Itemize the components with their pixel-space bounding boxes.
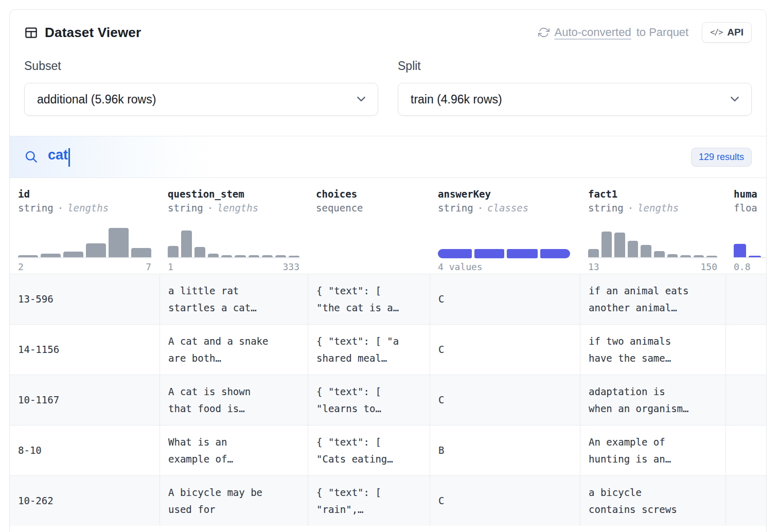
histogram-bar <box>86 243 106 257</box>
histogram-fact1 <box>588 228 717 258</box>
subset-select[interactable]: additional (5.96k rows) <box>24 83 378 116</box>
column-name: id <box>18 187 151 201</box>
histogram-bar <box>749 256 761 257</box>
column-type: sequence <box>316 201 421 215</box>
table-row[interactable]: 8-10What is an example of…{ "text": [ "C… <box>10 425 766 475</box>
histogram-bar <box>667 254 678 257</box>
histogram-bar <box>289 256 299 257</box>
histogram-bar <box>614 233 625 257</box>
histogram-bar <box>194 247 205 257</box>
column-name: huma <box>734 187 767 201</box>
histogram-bar <box>41 254 61 257</box>
histogram-id <box>18 228 151 258</box>
histogram-bar <box>654 251 665 257</box>
api-button[interactable]: </> API <box>702 22 752 43</box>
cell-choices: { "text": [ "Cats eating… <box>308 425 430 475</box>
column-type: string·lengths <box>18 201 151 215</box>
search-query-text: cat <box>48 147 68 163</box>
column-header-fact1: fact1string·lengths13150 <box>580 187 725 274</box>
histogram-bar <box>262 255 273 257</box>
column-header-id: idstring·lengths27 <box>10 187 160 274</box>
cell-fact1: a bicycle contains screws <box>580 476 725 526</box>
search-input[interactable]: cat <box>24 147 691 167</box>
refresh-icon <box>538 27 550 38</box>
histogram-bar <box>63 252 83 257</box>
histogram-range-labels: 27 <box>18 261 151 274</box>
cell-fact1: An example of hunting is an… <box>580 425 725 475</box>
cell-choices: { "text": [ "learns to… <box>308 375 430 425</box>
column-type: string·lengths <box>588 201 717 215</box>
title-wrap: Dataset Viewer <box>24 25 141 41</box>
histogram-bar <box>235 255 245 257</box>
histogram-bar <box>275 255 286 257</box>
cell-humanScore <box>725 375 767 425</box>
text-cursor <box>68 148 70 167</box>
cell-fact1: if an animal eats another animal… <box>580 274 725 324</box>
histogram-range-labels <box>316 261 421 274</box>
chevron-down-icon <box>731 97 739 102</box>
subset-label: Subset <box>24 58 378 74</box>
column-header-question_stem: question_stemstring·lengths1333 <box>160 187 308 274</box>
cell-id: 8-10 <box>10 425 160 475</box>
code-icon: </> <box>710 28 722 37</box>
auto-converted-link[interactable]: Auto-converted <box>555 26 631 39</box>
cell-id: 14-1156 <box>10 325 160 375</box>
split-control: Split train (4.96k rows) <box>398 58 752 116</box>
cell-answerKey: B <box>430 425 580 475</box>
cell-answerKey: C <box>430 375 580 425</box>
cell-question_stem: a little rat startles a cat… <box>160 274 308 324</box>
class-segment <box>438 249 472 258</box>
search-row: cat 129 results <box>10 136 766 178</box>
cell-humanScore <box>725 476 767 526</box>
histogram-bar <box>168 246 179 257</box>
card-header: Dataset Viewer Auto-converted to Parquet… <box>10 10 766 43</box>
histogram-range-labels: 4 values <box>438 261 572 274</box>
class-segment <box>474 249 504 258</box>
results-count-badge: 129 results <box>691 148 752 167</box>
histogram-bar <box>249 255 259 257</box>
table-row[interactable]: 10-262A bicycle may be used for{ "text":… <box>10 475 766 526</box>
api-button-label: API <box>727 27 743 38</box>
subset-selected-value: additional (5.96k rows) <box>37 93 156 107</box>
table-row[interactable]: 14-1156A cat and a snake are both…{ "tex… <box>10 324 766 375</box>
histogram-bar <box>601 232 612 257</box>
histogram-bar <box>680 255 691 257</box>
cell-id: 10-1167 <box>10 375 160 425</box>
histogram-bar <box>694 255 704 257</box>
column-type: string·classes <box>438 201 572 215</box>
cell-fact1: if two animals have the same… <box>580 325 725 375</box>
class-distribution-bar <box>438 249 570 258</box>
histogram-bar <box>706 256 717 257</box>
histogram-humanScore <box>734 228 767 258</box>
table-header-row: idstring·lengths27question_stemstring·le… <box>10 178 766 274</box>
page-title: Dataset Viewer <box>45 25 141 41</box>
table-icon <box>24 26 38 40</box>
histogram-bar <box>221 255 232 257</box>
cell-id: 13-596 <box>10 274 160 324</box>
column-name: answerKey <box>438 187 572 201</box>
histogram-range-labels: 1333 <box>168 261 299 274</box>
histogram-range-labels: 13150 <box>588 261 717 274</box>
histogram-bar <box>131 248 151 257</box>
auto-converted-note: Auto-converted to Parquet <box>538 26 689 39</box>
cell-choices: { "text": [ "the cat is a… <box>308 274 430 324</box>
cell-id: 10-262 <box>10 476 160 526</box>
histogram-question_stem <box>168 228 299 258</box>
chevron-down-icon <box>357 97 365 102</box>
histogram-answerKey <box>438 228 572 258</box>
cell-question_stem: A cat is shown that food is… <box>160 375 308 425</box>
search-icon <box>24 150 38 164</box>
header-right: Auto-converted to Parquet </> API <box>538 22 752 43</box>
column-name: choices <box>316 187 421 201</box>
auto-converted-rest: to Parquet <box>636 26 689 39</box>
cell-question_stem: A cat and a snake are both… <box>160 325 308 375</box>
split-select[interactable]: train (4.96k rows) <box>398 83 752 116</box>
table-row[interactable]: 10-1167A cat is shown that food is…{ "te… <box>10 375 766 425</box>
histogram-bar <box>641 245 651 257</box>
histogram-bar <box>628 241 639 257</box>
cell-humanScore <box>725 325 767 375</box>
histogram-range-labels: 0.8 <box>734 261 767 274</box>
cell-answerKey: C <box>430 274 580 324</box>
dataset-viewer-card: Dataset Viewer Auto-converted to Parquet… <box>9 9 767 532</box>
table-row[interactable]: 13-596a little rat startles a cat…{ "tex… <box>10 274 766 324</box>
